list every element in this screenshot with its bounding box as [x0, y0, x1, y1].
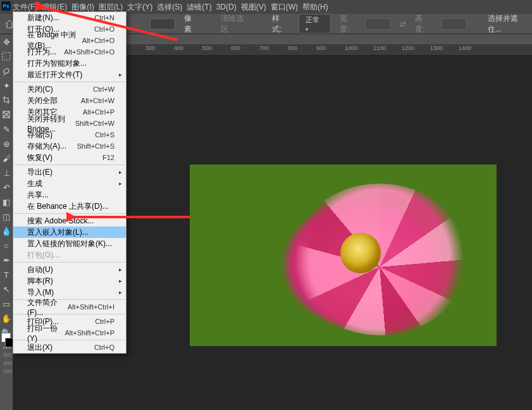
dodge-tool[interactable]: ○: [0, 239, 13, 252]
file-menu-item: 打包(G)...: [13, 249, 126, 261]
file-menu-item[interactable]: 关闭(C)Ctrl+W: [13, 84, 126, 95]
swap-icon[interactable]: ⇄: [400, 20, 406, 28]
clear-selection[interactable]: 清除选区: [221, 13, 251, 35]
frame-tool[interactable]: [0, 108, 13, 121]
crop-tool[interactable]: [0, 94, 13, 106]
menu-3d[interactable]: 3D(D): [216, 3, 237, 11]
path-tool[interactable]: ↖: [0, 283, 13, 295]
marquee-tool[interactable]: [0, 50, 13, 63]
feather-field[interactable]: [150, 18, 175, 30]
file-menu-item[interactable]: 脚本(R)▸: [13, 275, 126, 287]
menu-type[interactable]: 文字(Y): [127, 2, 152, 13]
eraser-tool[interactable]: ◧: [0, 196, 13, 208]
file-menu-item[interactable]: 导出(E)▸: [13, 166, 126, 178]
svg-rect-1: [3, 53, 10, 60]
menu-edit[interactable]: 编辑(E): [42, 2, 67, 13]
width-field: [366, 18, 391, 30]
menu-select[interactable]: 选择(S): [157, 2, 182, 13]
file-menu-item[interactable]: 置入嵌入对象(L)...: [13, 227, 126, 238]
canvas-image: [190, 165, 497, 346]
file-menu-item[interactable]: 新建(N)...Ctrl+N: [13, 12, 126, 23]
menu-layer[interactable]: 图层(L): [99, 2, 123, 13]
lasso-tool[interactable]: [0, 65, 13, 77]
file-menu-item[interactable]: 生成▸: [13, 178, 126, 189]
file-menu-item[interactable]: 文件简介(F)...Alt+Shift+Ctrl+I: [13, 301, 126, 313]
file-menu-item[interactable]: 共享...: [13, 189, 126, 201]
menu-image[interactable]: 图像(I): [71, 2, 94, 13]
toolbar: ✥ ✦ ✎ ⊕ 🖌 ⊥ ↶ ◧ ◫ 💧 ○ ✒ T ↖ ▭ ✋ 🔍 ⋯: [0, 34, 13, 354]
gradient-tool[interactable]: ◫: [0, 210, 13, 223]
select-and-mask[interactable]: 选择并遮住...: [488, 13, 532, 35]
pen-tool[interactable]: ✒: [0, 254, 13, 266]
width-label: 宽度:: [340, 13, 357, 35]
file-menu-item[interactable]: 存储(S)Ctrl+S: [13, 129, 126, 140]
height-label: 高度:: [415, 13, 432, 35]
style-label: 样式:: [272, 13, 289, 35]
history-brush-tool[interactable]: ↶: [0, 181, 13, 194]
shape-tool[interactable]: ▭: [0, 297, 13, 310]
blur-tool[interactable]: 💧: [0, 225, 13, 237]
stamp-tool[interactable]: ⊥: [0, 166, 13, 179]
ps-icon: Ps: [1, 1, 11, 11]
menu-window[interactable]: 窗口(W): [271, 2, 298, 13]
file-menu-item[interactable]: 打开为...Alt+Shift+Ctrl+O: [13, 46, 126, 58]
file-menu-item[interactable]: 搜索 Adobe Stock...: [13, 215, 126, 227]
file-menu-item[interactable]: 打开为智能对象...: [13, 58, 126, 69]
height-field: [441, 18, 466, 30]
file-menu-item[interactable]: 退出(X)Ctrl+Q: [13, 342, 126, 353]
ruler-ticks-vertical: 800 900 000: [3, 351, 13, 376]
heal-tool[interactable]: ⊕: [0, 137, 13, 150]
file-menu-item[interactable]: 存储为(A)...Shift+Ctrl+S: [13, 140, 126, 152]
menu-help[interactable]: 帮助(H): [302, 2, 328, 13]
hand-tool[interactable]: ✋: [0, 312, 13, 325]
type-tool[interactable]: T: [0, 268, 13, 281]
move-tool[interactable]: ✥: [0, 35, 13, 48]
file-menu-dropdown: 新建(N)...Ctrl+N打开(O)...Ctrl+O在 Bridge 中浏览…: [13, 11, 127, 354]
file-menu-item[interactable]: 导入(M)▸: [13, 287, 126, 298]
file-menu-item[interactable]: 置入链接的智能对象(K)...: [13, 238, 126, 249]
wand-tool[interactable]: ✦: [0, 79, 13, 92]
file-menu-item[interactable]: 打印一份(Y)Alt+Shift+Ctrl+P: [13, 327, 126, 339]
brush-tool[interactable]: 🖌: [0, 152, 13, 165]
menu-file[interactable]: 文件(F): [13, 2, 37, 13]
menu-view[interactable]: 视图(V): [241, 2, 266, 13]
file-menu-item[interactable]: 恢复(V)F12: [13, 152, 126, 163]
color-swatches[interactable]: [0, 332, 13, 348]
file-menu-item[interactable]: 关闭并转到 Bridge...Shift+Ctrl+W: [13, 118, 126, 129]
style-select[interactable]: 正常 ▾: [299, 14, 331, 34]
file-menu-item[interactable]: 自动(U)▸: [13, 264, 126, 275]
file-menu-item[interactable]: 关闭全部Alt+Ctrl+W: [13, 95, 126, 106]
eyedropper-tool[interactable]: ✎: [0, 123, 13, 135]
feather-unit: 像素: [184, 13, 199, 35]
file-menu-item[interactable]: 最近打开文件(T)▸: [13, 69, 126, 80]
file-menu-item[interactable]: 在 Behance 上共享(D)...: [13, 201, 126, 212]
menu-filter[interactable]: 滤镜(T): [187, 2, 211, 13]
file-menu-item[interactable]: 在 Bridge 中浏览(B)...Alt+Ctrl+O: [13, 35, 126, 46]
